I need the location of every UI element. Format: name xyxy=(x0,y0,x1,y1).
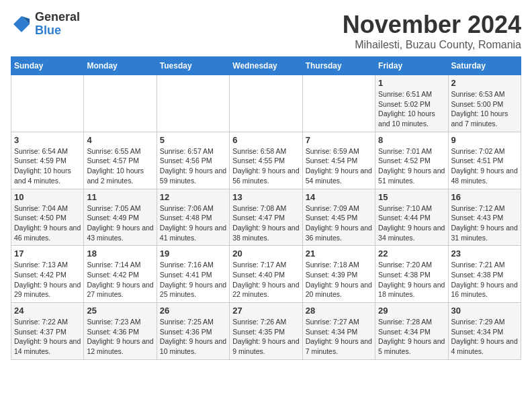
calendar-cell: 29Sunrise: 7:28 AM Sunset: 4:34 PM Dayli… xyxy=(375,303,448,360)
logo: General Blue xyxy=(11,11,80,38)
calendar-cell: 8Sunrise: 7:01 AM Sunset: 4:52 PM Daylig… xyxy=(375,132,448,189)
day-number: 11 xyxy=(87,192,153,202)
location: Mihailesti, Buzau County, Romania xyxy=(343,39,521,51)
day-info: Sunrise: 7:06 AM Sunset: 4:48 PM Dayligh… xyxy=(160,203,226,243)
day-info: Sunrise: 7:29 AM Sunset: 4:34 PM Dayligh… xyxy=(451,317,518,357)
calendar-cell: 21Sunrise: 7:18 AM Sunset: 4:39 PM Dayli… xyxy=(302,246,375,303)
logo-icon xyxy=(11,13,32,35)
calendar-cell: 5Sunrise: 6:57 AM Sunset: 4:56 PM Daylig… xyxy=(157,132,229,189)
day-number: 29 xyxy=(378,306,445,316)
calendar-week-row: 1Sunrise: 6:51 AM Sunset: 5:02 PM Daylig… xyxy=(11,75,521,132)
calendar-cell: 15Sunrise: 7:10 AM Sunset: 4:44 PM Dayli… xyxy=(375,189,448,246)
day-info: Sunrise: 7:22 AM Sunset: 4:37 PM Dayligh… xyxy=(14,317,81,357)
day-number: 25 xyxy=(87,306,153,316)
day-number: 1 xyxy=(378,78,445,88)
calendar-body: 1Sunrise: 6:51 AM Sunset: 5:02 PM Daylig… xyxy=(11,75,521,360)
calendar-cell: 25Sunrise: 7:23 AM Sunset: 4:36 PM Dayli… xyxy=(84,303,157,360)
day-info: Sunrise: 7:14 AM Sunset: 4:42 PM Dayligh… xyxy=(87,260,153,300)
day-info: Sunrise: 7:21 AM Sunset: 4:38 PM Dayligh… xyxy=(451,260,518,300)
day-number: 14 xyxy=(306,192,372,202)
day-info: Sunrise: 7:08 AM Sunset: 4:47 PM Dayligh… xyxy=(232,203,299,243)
calendar-week-row: 17Sunrise: 7:13 AM Sunset: 4:42 PM Dayli… xyxy=(11,246,521,303)
calendar-cell xyxy=(84,75,157,132)
calendar-cell: 9Sunrise: 7:02 AM Sunset: 4:51 PM Daylig… xyxy=(448,132,521,189)
day-number: 17 xyxy=(14,248,81,259)
calendar-cell: 28Sunrise: 7:27 AM Sunset: 4:34 PM Dayli… xyxy=(302,303,375,360)
day-info: Sunrise: 7:20 AM Sunset: 4:38 PM Dayligh… xyxy=(378,260,445,300)
calendar-cell: 3Sunrise: 6:54 AM Sunset: 4:59 PM Daylig… xyxy=(11,132,84,189)
day-info: Sunrise: 7:04 AM Sunset: 4:50 PM Dayligh… xyxy=(14,203,81,243)
day-info: Sunrise: 7:26 AM Sunset: 4:35 PM Dayligh… xyxy=(232,317,299,357)
calendar-cell: 17Sunrise: 7:13 AM Sunset: 4:42 PM Dayli… xyxy=(11,246,84,303)
day-number: 8 xyxy=(378,135,445,145)
day-number: 9 xyxy=(451,135,518,145)
day-number: 5 xyxy=(160,135,226,145)
calendar-cell: 10Sunrise: 7:04 AM Sunset: 4:50 PM Dayli… xyxy=(11,189,84,246)
day-number: 19 xyxy=(160,248,226,259)
day-info: Sunrise: 6:58 AM Sunset: 4:55 PM Dayligh… xyxy=(232,146,299,186)
weekday-header: Saturday xyxy=(448,57,521,75)
calendar-week-row: 24Sunrise: 7:22 AM Sunset: 4:37 PM Dayli… xyxy=(11,303,521,360)
day-number: 3 xyxy=(14,135,81,145)
title-area: November 2024 Mihailesti, Buzau County, … xyxy=(343,11,521,51)
calendar-cell: 4Sunrise: 6:55 AM Sunset: 4:57 PM Daylig… xyxy=(84,132,157,189)
calendar-cell: 18Sunrise: 7:14 AM Sunset: 4:42 PM Dayli… xyxy=(84,246,157,303)
calendar-cell xyxy=(230,75,302,132)
calendar-cell: 13Sunrise: 7:08 AM Sunset: 4:47 PM Dayli… xyxy=(230,189,302,246)
day-number: 12 xyxy=(160,192,226,202)
calendar-cell: 22Sunrise: 7:20 AM Sunset: 4:38 PM Dayli… xyxy=(375,246,448,303)
calendar-week-row: 3Sunrise: 6:54 AM Sunset: 4:59 PM Daylig… xyxy=(11,132,521,189)
weekday-header: Sunday xyxy=(11,57,84,75)
calendar-cell: 1Sunrise: 6:51 AM Sunset: 5:02 PM Daylig… xyxy=(375,75,448,132)
logo-general: General xyxy=(35,10,80,24)
calendar-week-row: 10Sunrise: 7:04 AM Sunset: 4:50 PM Dayli… xyxy=(11,189,521,246)
calendar-cell: 20Sunrise: 7:17 AM Sunset: 4:40 PM Dayli… xyxy=(230,246,302,303)
day-info: Sunrise: 6:54 AM Sunset: 4:59 PM Dayligh… xyxy=(14,146,81,186)
calendar-cell: 24Sunrise: 7:22 AM Sunset: 4:37 PM Dayli… xyxy=(11,303,84,360)
day-info: Sunrise: 7:05 AM Sunset: 4:49 PM Dayligh… xyxy=(87,203,153,243)
calendar-cell: 14Sunrise: 7:09 AM Sunset: 4:45 PM Dayli… xyxy=(302,189,375,246)
logo-blue: Blue xyxy=(35,24,61,37)
calendar-cell: 2Sunrise: 6:53 AM Sunset: 5:00 PM Daylig… xyxy=(448,75,521,132)
calendar-cell: 23Sunrise: 7:21 AM Sunset: 4:38 PM Dayli… xyxy=(448,246,521,303)
day-info: Sunrise: 7:02 AM Sunset: 4:51 PM Dayligh… xyxy=(451,146,518,186)
day-info: Sunrise: 6:55 AM Sunset: 4:57 PM Dayligh… xyxy=(87,146,153,186)
day-info: Sunrise: 7:25 AM Sunset: 4:36 PM Dayligh… xyxy=(160,317,226,357)
calendar-cell: 12Sunrise: 7:06 AM Sunset: 4:48 PM Dayli… xyxy=(157,189,229,246)
calendar-cell: 11Sunrise: 7:05 AM Sunset: 4:49 PM Dayli… xyxy=(84,189,157,246)
page-header: General Blue November 2024 Mihailesti, B… xyxy=(11,11,521,51)
weekday-header: Tuesday xyxy=(157,57,229,75)
month-title: November 2024 xyxy=(343,11,521,39)
day-number: 16 xyxy=(451,192,518,202)
calendar-cell: 27Sunrise: 7:26 AM Sunset: 4:35 PM Dayli… xyxy=(230,303,302,360)
day-info: Sunrise: 7:28 AM Sunset: 4:34 PM Dayligh… xyxy=(378,317,445,357)
day-info: Sunrise: 7:09 AM Sunset: 4:45 PM Dayligh… xyxy=(306,203,372,243)
day-info: Sunrise: 7:12 AM Sunset: 4:43 PM Dayligh… xyxy=(451,203,518,243)
day-info: Sunrise: 7:18 AM Sunset: 4:39 PM Dayligh… xyxy=(306,260,372,300)
day-info: Sunrise: 7:13 AM Sunset: 4:42 PM Dayligh… xyxy=(14,260,81,300)
day-number: 23 xyxy=(451,248,518,259)
calendar-cell: 6Sunrise: 6:58 AM Sunset: 4:55 PM Daylig… xyxy=(230,132,302,189)
weekday-header: Monday xyxy=(84,57,157,75)
day-info: Sunrise: 6:53 AM Sunset: 5:00 PM Dayligh… xyxy=(451,89,518,129)
calendar-cell xyxy=(157,75,229,132)
weekday-header: Wednesday xyxy=(230,57,302,75)
day-number: 28 xyxy=(306,306,372,316)
calendar-header: SundayMondayTuesdayWednesdayThursdayFrid… xyxy=(11,57,521,75)
day-number: 21 xyxy=(306,248,372,259)
calendar-cell xyxy=(302,75,375,132)
calendar-cell: 16Sunrise: 7:12 AM Sunset: 4:43 PM Dayli… xyxy=(448,189,521,246)
day-number: 22 xyxy=(378,248,445,259)
day-info: Sunrise: 7:10 AM Sunset: 4:44 PM Dayligh… xyxy=(378,203,445,243)
day-number: 13 xyxy=(232,192,299,202)
logo-text: General Blue xyxy=(35,11,80,38)
day-number: 20 xyxy=(232,248,299,259)
day-number: 26 xyxy=(160,306,226,316)
day-number: 4 xyxy=(87,135,153,145)
calendar-cell: 7Sunrise: 6:59 AM Sunset: 4:54 PM Daylig… xyxy=(302,132,375,189)
day-info: Sunrise: 7:23 AM Sunset: 4:36 PM Dayligh… xyxy=(87,317,153,357)
day-number: 15 xyxy=(378,192,445,202)
day-info: Sunrise: 7:17 AM Sunset: 4:40 PM Dayligh… xyxy=(232,260,299,300)
weekday-header: Friday xyxy=(375,57,448,75)
day-number: 6 xyxy=(232,135,299,145)
